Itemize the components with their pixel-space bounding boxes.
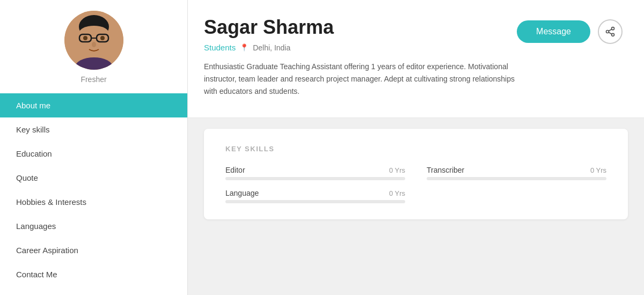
nav-menu: About me Key skills Education Quote Hobb… [0, 93, 187, 286]
nav-link-about-me[interactable]: About me [0, 93, 187, 117]
nav-item-contact-me[interactable]: Contact Me [0, 262, 187, 286]
profile-bio: Enthusiastic Graduate Teaching Assistant… [204, 61, 517, 98]
nav-link-key-skills[interactable]: Key skills [0, 117, 187, 142]
nav-link-languages[interactable]: Languages [0, 214, 187, 238]
skill-name-language: Language [225, 189, 259, 197]
share-button[interactable] [598, 19, 623, 44]
nav-link-contact-me[interactable]: Contact Me [0, 262, 187, 286]
svg-line-14 [609, 32, 612, 34]
nav-item-hobbies[interactable]: Hobbies & Interests [0, 190, 187, 214]
message-button[interactable]: Message [517, 20, 590, 43]
profile-info: Sagar Sharma Students 📍 Delhi, India Ent… [204, 16, 517, 98]
skill-years-transcriber: 0 Yrs [590, 166, 606, 174]
profile-name: Sagar Sharma [204, 16, 517, 39]
nav-link-quote[interactable]: Quote [0, 166, 187, 190]
svg-point-6 [83, 36, 87, 40]
skill-label-row-transcriber: Transcriber 0 Yrs [427, 166, 606, 174]
profile-role: Students [204, 43, 236, 52]
profile-location: Delhi, India [253, 43, 290, 52]
skills-grid: Editor 0 Yrs Transcriber 0 Yrs [225, 166, 606, 203]
skills-section: KEY SKILLS Editor 0 Yrs Transcriber 0 Yr… [204, 129, 628, 219]
nav-item-about-me[interactable]: About me [0, 93, 187, 117]
skill-bar-bg-language [225, 200, 405, 203]
nav-item-quote[interactable]: Quote [0, 166, 187, 190]
share-icon [605, 26, 616, 37]
profile-meta: Students 📍 Delhi, India [204, 43, 517, 52]
skill-item-language: Language 0 Yrs [225, 189, 405, 203]
main-content: Sagar Sharma Students 📍 Delhi, India Ent… [188, 0, 644, 295]
profile-header: Sagar Sharma Students 📍 Delhi, India Ent… [188, 0, 644, 118]
avatar [64, 11, 123, 70]
nav-item-education[interactable]: Education [0, 142, 187, 166]
skills-section-title: KEY SKILLS [225, 145, 606, 153]
nav-link-education[interactable]: Education [0, 142, 187, 166]
svg-line-15 [609, 29, 612, 31]
skill-name-editor: Editor [225, 166, 245, 174]
sidebar: Fresher About me Key skills Education Qu… [0, 0, 188, 295]
location-icon: 📍 [240, 43, 248, 51]
skill-item-editor: Editor 0 Yrs [225, 166, 405, 180]
skill-label-row-language: Language 0 Yrs [225, 189, 405, 197]
nav-link-career-aspiration[interactable]: Career Aspiration [0, 238, 187, 262]
svg-point-8 [92, 42, 96, 47]
fresher-label: Fresher [80, 75, 106, 84]
skill-item-transcriber: Transcriber 0 Yrs [427, 166, 606, 180]
nav-item-key-skills[interactable]: Key skills [0, 117, 187, 142]
svg-point-7 [100, 36, 105, 40]
nav-item-languages[interactable]: Languages [0, 214, 187, 238]
skill-bar-bg-editor [225, 177, 405, 180]
skill-name-transcriber: Transcriber [427, 166, 464, 174]
nav-link-hobbies[interactable]: Hobbies & Interests [0, 190, 187, 214]
profile-actions: Message [517, 16, 623, 44]
skill-years-editor: 0 Yrs [389, 166, 405, 174]
skill-label-row-editor: Editor 0 Yrs [225, 166, 405, 174]
nav-item-career-aspiration[interactable]: Career Aspiration [0, 238, 187, 262]
skill-bar-bg-transcriber [427, 177, 606, 180]
skill-years-language: 0 Yrs [389, 189, 405, 197]
